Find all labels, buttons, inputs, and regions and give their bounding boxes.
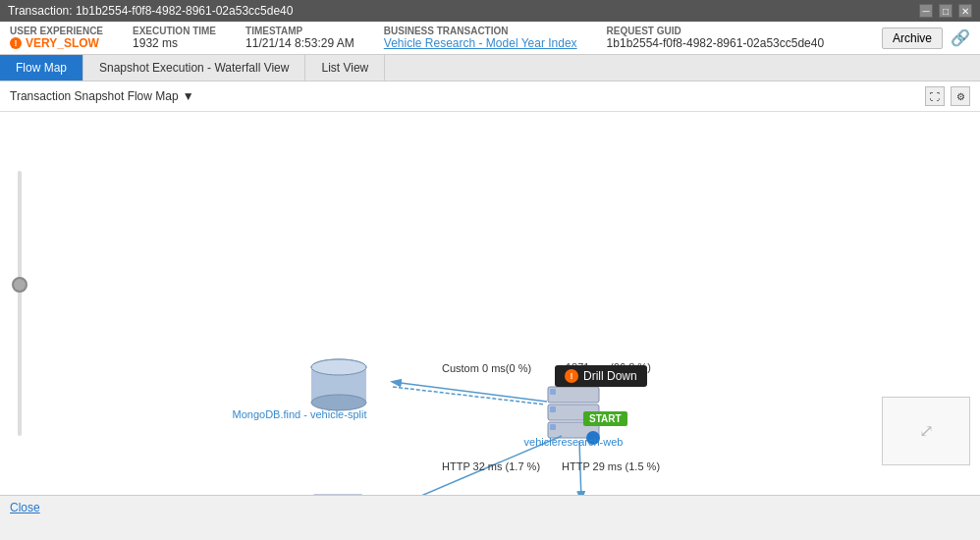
subheader-actions: ⛶ ⚙ [925, 86, 970, 106]
close-button[interactable]: ✕ [958, 4, 972, 18]
execution-time-value: 1932 ms [133, 36, 216, 50]
request-guid-label: REQUEST GUID [607, 26, 825, 36]
svg-point-3 [311, 359, 366, 375]
close-bar: Close [0, 495, 980, 519]
timestamp-col: TIMESTAMP 11/21/14 8:53:29 AM [245, 26, 354, 50]
subheader-title: Transaction Snapshot Flow Map [10, 89, 179, 103]
svg-rect-9 [550, 424, 556, 430]
start-badge: START [583, 411, 627, 426]
vehicleresearch-label-text: vehicleresearch-web [524, 436, 624, 448]
drill-down-label: Drill Down [583, 369, 637, 383]
business-transaction-label: BUSINESS TRANSACTION [384, 26, 577, 36]
user-experience-label: USER EXPERIENCE [10, 26, 103, 36]
chain-link-icon[interactable]: 🔗 [951, 28, 970, 47]
expand-button[interactable]: ⛶ [925, 86, 945, 106]
flow-map-canvas: Custom 0 ms(0 %) HTTP 32 ms (1.7 %) HTTP… [0, 112, 980, 495]
timestamp-label: TIMESTAMP [245, 26, 354, 36]
drill-down-popup[interactable]: ! Drill Down [555, 365, 647, 387]
business-transaction-col: BUSINESS TRANSACTION Vehicle Research - … [384, 26, 577, 50]
custom-label-text: Custom 0 ms(0 %) [442, 362, 531, 374]
tabbar: Flow Map Snapshot Execution - Waterfall … [0, 55, 980, 81]
infobar: USER EXPERIENCE ! VERY_SLOW EXECUTION TI… [0, 22, 980, 55]
restore-button[interactable]: □ [939, 4, 953, 18]
window-controls[interactable]: ─ □ ✕ [919, 4, 972, 18]
window-title: Transaction: 1b1b2554-f0f8-4982-8961-02a… [8, 4, 293, 18]
mongodb-label-text: MongoDB.find - vehicle-split [233, 408, 367, 420]
titlebar: Transaction: 1b1b2554-f0f8-4982-8961-02a… [0, 0, 980, 22]
execution-time-label: EXECUTION TIME [133, 26, 216, 36]
settings-button[interactable]: ⚙ [951, 86, 970, 106]
tab-list-view[interactable]: List View [305, 55, 385, 81]
http29-label-text: HTTP 29 ms (1.5 %) [562, 460, 660, 472]
minimap-icon: ⤢ [919, 420, 934, 442]
subheader: Transaction Snapshot Flow Map ▼ ⛶ ⚙ [0, 81, 980, 112]
business-transaction-value[interactable]: Vehicle Research - Model Year Index [384, 36, 577, 50]
flow-svg: Custom 0 ms(0 %) HTTP 32 ms (1.7 %) HTTP… [0, 112, 980, 495]
user-experience-col: USER EXPERIENCE ! VERY_SLOW [10, 26, 103, 50]
svg-rect-5 [550, 389, 556, 395]
subheader-title-area[interactable]: Transaction Snapshot Flow Map ▼ [10, 89, 194, 103]
chevron-down-icon: ▼ [183, 89, 194, 103]
close-link[interactable]: Close [10, 501, 40, 514]
mongodb-node-icon[interactable] [311, 359, 366, 410]
http32-label-text: HTTP 32 ms (1.7 %) [442, 460, 540, 472]
tab-flow-map[interactable]: Flow Map [0, 55, 83, 81]
request-guid-value: 1b1b2554-f0f8-4982-8961-02a53cc5de40 [607, 36, 825, 50]
svg-line-26 [393, 387, 545, 405]
infobar-actions: Archive 🔗 [882, 27, 970, 49]
timestamp-value: 11/21/14 8:53:29 AM [245, 36, 354, 50]
warning-icon: ! [10, 37, 22, 49]
drill-warning-icon: ! [565, 369, 578, 383]
archive-button[interactable]: Archive [882, 27, 943, 49]
svg-line-25 [393, 382, 547, 402]
user-experience-value: ! VERY_SLOW [10, 36, 103, 50]
minimize-button[interactable]: ─ [919, 4, 933, 18]
tab-waterfall[interactable]: Snapshot Execution - Waterfall View [83, 55, 305, 81]
request-guid-col: REQUEST GUID 1b1b2554-f0f8-4982-8961-02a… [607, 26, 825, 50]
svg-rect-7 [550, 406, 556, 412]
minimap: ⤢ [882, 397, 970, 465]
execution-time-col: EXECUTION TIME 1932 ms [133, 26, 216, 50]
